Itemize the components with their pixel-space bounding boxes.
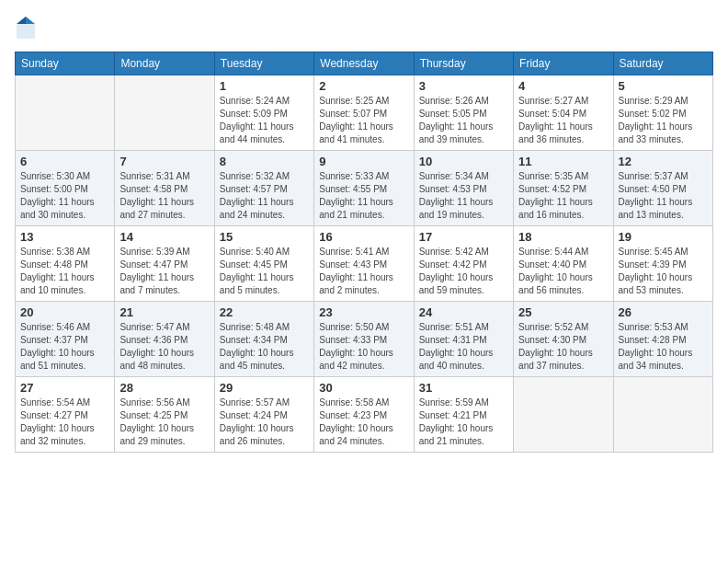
- calendar-table: SundayMondayTuesdayWednesdayThursdayFrid…: [15, 52, 713, 453]
- calendar-cell: 25Sunrise: 5:52 AM Sunset: 4:30 PM Dayli…: [514, 302, 613, 377]
- calendar-cell: 16Sunrise: 5:41 AM Sunset: 4:43 PM Dayli…: [314, 226, 414, 302]
- day-number: 6: [20, 155, 109, 168]
- calendar-cell: 1Sunrise: 5:24 AM Sunset: 5:09 PM Daylig…: [214, 75, 313, 151]
- day-number: 22: [220, 305, 309, 319]
- calendar-header-row: SundayMondayTuesdayWednesdayThursdayFrid…: [16, 52, 713, 75]
- day-info: Sunrise: 5:42 AM Sunset: 4:42 PM Dayligh…: [419, 246, 508, 297]
- day-number: 21: [119, 305, 209, 319]
- day-of-week-header: Friday: [514, 52, 613, 75]
- day-info: Sunrise: 5:34 AM Sunset: 4:53 PM Dayligh…: [419, 170, 508, 222]
- day-number: 7: [119, 155, 209, 168]
- day-info: Sunrise: 5:40 AM Sunset: 4:45 PM Dayligh…: [220, 246, 309, 297]
- calendar-cell: 12Sunrise: 5:37 AM Sunset: 4:50 PM Dayli…: [613, 151, 712, 226]
- day-number: 5: [619, 79, 708, 93]
- day-info: Sunrise: 5:38 AM Sunset: 4:48 PM Dayligh…: [20, 246, 109, 297]
- day-info: Sunrise: 5:30 AM Sunset: 5:00 PM Dayligh…: [20, 170, 109, 222]
- day-number: 20: [20, 305, 109, 319]
- day-info: Sunrise: 5:37 AM Sunset: 4:50 PM Dayligh…: [619, 170, 708, 222]
- calendar-cell: 17Sunrise: 5:42 AM Sunset: 4:42 PM Dayli…: [414, 226, 513, 302]
- page-header: [15, 15, 713, 40]
- day-number: 30: [319, 381, 408, 395]
- day-info: Sunrise: 5:45 AM Sunset: 4:39 PM Dayligh…: [619, 246, 708, 297]
- calendar-cell: [613, 377, 712, 453]
- calendar-week-row: 1Sunrise: 5:24 AM Sunset: 5:09 PM Daylig…: [16, 75, 713, 151]
- day-info: Sunrise: 5:41 AM Sunset: 4:43 PM Dayligh…: [319, 246, 408, 297]
- day-info: Sunrise: 5:59 AM Sunset: 4:21 PM Dayligh…: [419, 396, 508, 448]
- day-number: 11: [518, 155, 608, 168]
- calendar-week-row: 27Sunrise: 5:54 AM Sunset: 4:27 PM Dayli…: [16, 377, 713, 453]
- calendar-cell: 8Sunrise: 5:32 AM Sunset: 4:57 PM Daylig…: [214, 151, 313, 226]
- day-info: Sunrise: 5:58 AM Sunset: 4:23 PM Dayligh…: [319, 396, 408, 448]
- calendar-cell: 28Sunrise: 5:56 AM Sunset: 4:25 PM Dayli…: [115, 377, 214, 453]
- day-number: 1: [220, 79, 309, 93]
- day-info: Sunrise: 5:50 AM Sunset: 4:33 PM Dayligh…: [319, 321, 408, 373]
- calendar-cell: 5Sunrise: 5:29 AM Sunset: 5:02 PM Daylig…: [613, 75, 712, 151]
- calendar-cell: 2Sunrise: 5:25 AM Sunset: 5:07 PM Daylig…: [314, 75, 414, 151]
- calendar-cell: 7Sunrise: 5:31 AM Sunset: 4:58 PM Daylig…: [115, 151, 214, 226]
- calendar-cell: 13Sunrise: 5:38 AM Sunset: 4:48 PM Dayli…: [16, 226, 115, 302]
- day-info: Sunrise: 5:35 AM Sunset: 4:52 PM Dayligh…: [518, 170, 608, 222]
- calendar-cell: 14Sunrise: 5:39 AM Sunset: 4:47 PM Dayli…: [115, 226, 214, 302]
- calendar-cell: 22Sunrise: 5:48 AM Sunset: 4:34 PM Dayli…: [214, 302, 313, 377]
- calendar-cell: 29Sunrise: 5:57 AM Sunset: 4:24 PM Dayli…: [214, 377, 313, 453]
- day-info: Sunrise: 5:27 AM Sunset: 5:04 PM Dayligh…: [518, 95, 608, 146]
- day-number: 29: [220, 381, 309, 395]
- day-of-week-header: Tuesday: [214, 52, 313, 75]
- day-of-week-header: Wednesday: [314, 52, 414, 75]
- calendar-cell: 31Sunrise: 5:59 AM Sunset: 4:21 PM Dayli…: [414, 377, 513, 453]
- day-number: 24: [419, 305, 508, 319]
- day-number: 10: [419, 155, 508, 168]
- calendar-cell: 18Sunrise: 5:44 AM Sunset: 4:40 PM Dayli…: [514, 226, 613, 302]
- calendar-cell: 19Sunrise: 5:45 AM Sunset: 4:39 PM Dayli…: [613, 226, 712, 302]
- day-info: Sunrise: 5:26 AM Sunset: 5:05 PM Dayligh…: [419, 95, 508, 146]
- day-info: Sunrise: 5:25 AM Sunset: 5:07 PM Dayligh…: [319, 95, 408, 146]
- day-info: Sunrise: 5:52 AM Sunset: 4:30 PM Dayligh…: [518, 321, 608, 373]
- day-number: 12: [619, 155, 708, 168]
- day-number: 15: [220, 230, 309, 244]
- day-info: Sunrise: 5:24 AM Sunset: 5:09 PM Dayligh…: [220, 95, 309, 146]
- day-info: Sunrise: 5:46 AM Sunset: 4:37 PM Dayligh…: [20, 321, 109, 373]
- day-number: 19: [619, 230, 708, 244]
- calendar-week-row: 20Sunrise: 5:46 AM Sunset: 4:37 PM Dayli…: [16, 302, 713, 377]
- calendar-cell: 27Sunrise: 5:54 AM Sunset: 4:27 PM Dayli…: [16, 377, 115, 453]
- day-info: Sunrise: 5:57 AM Sunset: 4:24 PM Dayligh…: [220, 396, 309, 448]
- day-info: Sunrise: 5:29 AM Sunset: 5:02 PM Dayligh…: [619, 95, 708, 146]
- day-number: 27: [20, 381, 109, 395]
- day-number: 31: [419, 381, 508, 395]
- calendar-cell: 30Sunrise: 5:58 AM Sunset: 4:23 PM Dayli…: [314, 377, 414, 453]
- day-number: 4: [518, 79, 608, 93]
- day-info: Sunrise: 5:44 AM Sunset: 4:40 PM Dayligh…: [518, 246, 608, 297]
- day-number: 18: [518, 230, 608, 244]
- calendar-cell: 20Sunrise: 5:46 AM Sunset: 4:37 PM Dayli…: [16, 302, 115, 377]
- logo: [15, 15, 40, 40]
- day-number: 14: [119, 230, 209, 244]
- day-number: 3: [419, 79, 508, 93]
- day-number: 28: [119, 381, 209, 395]
- calendar-cell: 4Sunrise: 5:27 AM Sunset: 5:04 PM Daylig…: [514, 75, 613, 151]
- calendar-cell: 6Sunrise: 5:30 AM Sunset: 5:00 PM Daylig…: [16, 151, 115, 226]
- day-info: Sunrise: 5:32 AM Sunset: 4:57 PM Dayligh…: [220, 170, 309, 222]
- calendar-cell: [16, 75, 115, 151]
- day-number: 26: [619, 305, 708, 319]
- day-number: 16: [319, 230, 408, 244]
- day-info: Sunrise: 5:54 AM Sunset: 4:27 PM Dayligh…: [20, 396, 109, 448]
- day-info: Sunrise: 5:51 AM Sunset: 4:31 PM Dayligh…: [419, 321, 508, 373]
- day-info: Sunrise: 5:39 AM Sunset: 4:47 PM Dayligh…: [119, 246, 209, 297]
- day-number: 8: [220, 155, 309, 168]
- day-info: Sunrise: 5:53 AM Sunset: 4:28 PM Dayligh…: [619, 321, 708, 373]
- day-number: 17: [419, 230, 508, 244]
- day-number: 9: [319, 155, 408, 168]
- logo-icon: [15, 15, 37, 40]
- calendar-cell: 21Sunrise: 5:47 AM Sunset: 4:36 PM Dayli…: [115, 302, 214, 377]
- day-number: 23: [319, 305, 408, 319]
- calendar-week-row: 6Sunrise: 5:30 AM Sunset: 5:00 PM Daylig…: [16, 151, 713, 226]
- calendar-cell: 3Sunrise: 5:26 AM Sunset: 5:05 PM Daylig…: [414, 75, 513, 151]
- day-of-week-header: Saturday: [613, 52, 712, 75]
- day-info: Sunrise: 5:31 AM Sunset: 4:58 PM Dayligh…: [119, 170, 209, 222]
- calendar-cell: 11Sunrise: 5:35 AM Sunset: 4:52 PM Dayli…: [514, 151, 613, 226]
- calendar-cell: 15Sunrise: 5:40 AM Sunset: 4:45 PM Dayli…: [214, 226, 313, 302]
- calendar-cell: [514, 377, 613, 453]
- day-number: 2: [319, 79, 408, 93]
- calendar-week-row: 13Sunrise: 5:38 AM Sunset: 4:48 PM Dayli…: [16, 226, 713, 302]
- calendar-cell: 23Sunrise: 5:50 AM Sunset: 4:33 PM Dayli…: [314, 302, 414, 377]
